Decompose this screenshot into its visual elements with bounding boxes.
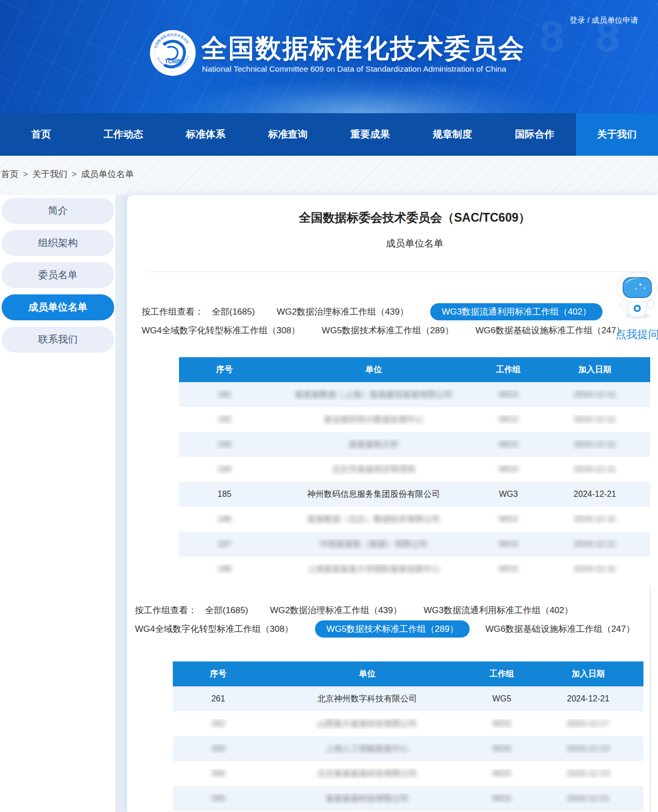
cell-wg: WG5 (471, 794, 533, 803)
table-header-cell: 序号 (173, 669, 264, 680)
site-title-english: National Technical Committee 609 on Data… (202, 64, 506, 74)
cell-no: 265 (173, 794, 264, 803)
filter-workgroup-tab[interactable]: WG5数据技术标准工作组（289） (322, 324, 454, 336)
cell-wg: WG5 (471, 744, 533, 753)
breadcrumb-item[interactable]: 首页 (1, 169, 19, 179)
table-row[interactable]: 262山西某大某某科技有限公司WG52024-12-17 (173, 711, 643, 736)
filter-section-wg3: 按工作组查看：全部(1685)WG2数据治理标准工作组（439）WG3数据流通利… (142, 302, 650, 340)
cell-no: 188 (179, 564, 270, 574)
table-row[interactable]: 264北京某某某某科技有限公司WG52024-12-13 (173, 761, 643, 786)
table-header-cell: 加入日期 (533, 669, 643, 680)
cell-date: 2024-12-21 (540, 490, 650, 499)
table-row[interactable]: 181某某某数据（上海）某某建设某某有限公司WG32024-12-11 (179, 382, 650, 407)
table-row[interactable]: 183某某某电大学WG32024-12-11 (179, 432, 650, 457)
breadcrumb-separator: > (72, 169, 77, 179)
cell-org: 神州数码信息服务集团股份有限公司 (270, 489, 477, 500)
cell-org: 北京神州数字科技有限公司 (264, 694, 471, 705)
cell-date: 2024-12-21 (533, 694, 643, 703)
table-header-cell: 单位 (264, 669, 471, 680)
cell-org: 上海某某某某大学国际某某创新中心 (270, 564, 477, 575)
cell-wg: WG3 (477, 465, 540, 474)
table-row[interactable]: 263上海人工智能某某中心WG52024-12-13 (173, 736, 643, 761)
nav-item-规章制度[interactable]: 规章制度 (412, 113, 494, 156)
filter-workgroup-tab[interactable]: WG3数据流通利用标准工作组（402） (423, 604, 573, 616)
cell-wg: WG3 (477, 490, 540, 499)
cell-org: 某业某村部大数据发展中心 (270, 414, 477, 425)
assistant-robot-icon[interactable] (615, 271, 658, 323)
table-row[interactable]: 185神州数码信息服务集团股份有限公司WG32024-12-21 (179, 482, 650, 507)
cell-date: 2024-12-13 (533, 744, 643, 753)
nav-item-关于我们[interactable]: 关于我们 (576, 113, 658, 156)
sidebar-item-联系我们[interactable]: 联系我们 (2, 327, 114, 353)
table-header-cell: 单位 (270, 364, 477, 375)
cell-no: 182 (179, 415, 270, 424)
filter-workgroup-tab[interactable]: WG4全域数字化转型标准工作组（308） (142, 324, 300, 336)
nav-item-国际合作[interactable]: 国际合作 (494, 113, 576, 156)
cell-wg: WG5 (471, 769, 533, 778)
page-subtitle: 成员单位名单 (179, 237, 650, 250)
cell-no: 264 (173, 769, 264, 778)
cell-org: 某某某数据（上海）某某建设某某有限公司 (270, 389, 477, 400)
table-header-cell: 加入日期 (540, 364, 650, 375)
cell-wg: WG5 (471, 719, 533, 728)
filter-section-wg5: 按工作组查看：全部(1685)WG2数据治理标准工作组（439）WG3数据流通利… (135, 601, 654, 638)
filter-workgroup-tab[interactable]: WG3数据流通利用标准工作组（402） (430, 303, 602, 320)
table-row[interactable]: 188上海某某某某大学国际某某创新中心WG32024-12-11 (179, 557, 650, 581)
cell-date: 2024-12-13 (533, 769, 643, 778)
table-header-row: 序号单位工作组加入日期 (179, 357, 650, 382)
cell-no: 186 (179, 515, 270, 524)
member-table-wg5: 序号单位工作组加入日期261北京神州数字科技有限公司WG52024-12-212… (173, 661, 643, 811)
sidebar-item-组织架构[interactable]: 组织架构 (2, 230, 114, 256)
member-table-wg3: 序号单位工作组加入日期181某某某数据（上海）某某建设某某有限公司WG32024… (179, 357, 650, 581)
cell-org: 某某数据（北京）数据技术有限公司 (270, 514, 477, 525)
site-banner: 8 8 TC609 全国数据标准化技术委员会 NATIONAL TECHNICA… (0, 0, 658, 113)
filter-workgroup-tab[interactable]: WG4全域数字化转型标准工作组（308） (135, 623, 293, 635)
filter-workgroup-tab[interactable]: WG5数据技术标准工作组（289） (315, 620, 470, 638)
table-row[interactable]: 186某某数据（北京）数据技术有限公司WG32024-12-11 (179, 507, 650, 532)
table-row[interactable]: 261北京神州数字科技有限公司WG52024-12-21 (173, 686, 643, 711)
main-nav: 首页工作动态标准体系标准查询重要成果规章制度国际合作关于我们 (0, 113, 658, 156)
filter-workgroup-tab[interactable]: 全部(1685) (205, 604, 248, 616)
cell-wg: WG3 (477, 564, 540, 574)
cell-org: 北京某某某某科技有限公司 (264, 768, 471, 779)
table-header-cell: 序号 (179, 364, 270, 375)
cell-no: 262 (173, 719, 264, 728)
sidebar-item-简介[interactable]: 简介 (2, 198, 114, 224)
table-row[interactable]: 265某某某某科技有限公司WG52024-12-21 (173, 786, 643, 811)
filter-workgroup-tab[interactable]: WG2数据治理标准工作组（439） (270, 604, 402, 616)
sidebar-item-成员单位名单[interactable]: 成员单位名单 (2, 294, 114, 320)
cell-date: 2024-12-11 (540, 564, 650, 574)
cell-date: 2024-12-11 (540, 390, 650, 399)
assistant-ask-link[interactable]: 点我提问 (609, 327, 658, 342)
login-link[interactable]: 登录 / 成员单位申请 (569, 16, 638, 25)
table-row[interactable]: 182某业某村部大数据发展中心WG32024-12-11 (179, 407, 650, 432)
filter-workgroup-tab[interactable]: WG2数据治理标准工作组（439） (277, 306, 408, 318)
content-panel: 全国数据标委会技术委员会（SAC/TC609） 成员单位名单 按工作组查看：全部… (127, 195, 658, 812)
panel-edge-line (650, 587, 651, 812)
nav-item-标准体系[interactable]: 标准体系 (164, 113, 247, 156)
cell-org: 某某某某科技有限公司 (264, 793, 471, 804)
table-header-cell: 工作组 (477, 364, 540, 375)
cell-no: 263 (173, 744, 264, 753)
table-row[interactable]: 184北京市某某经济管理局WG32024-12-11 (179, 457, 650, 482)
filter-workgroup-tab[interactable]: WG6数据基础设施标准工作组（247） (475, 324, 625, 336)
filter-workgroup-tab[interactable]: 全部(1685) (212, 306, 255, 318)
cell-date: 2024-12-11 (540, 415, 650, 424)
filter-workgroup-tab[interactable]: WG6数据基础设施标准工作组（247） (485, 623, 635, 635)
filter-label: 按工作组查看： (135, 604, 197, 616)
cell-wg: WG5 (471, 694, 533, 703)
breadcrumb-item[interactable]: 关于我们 (32, 169, 67, 179)
sidebar-item-委员名单[interactable]: 委员名单 (2, 262, 114, 288)
nav-item-首页[interactable]: 首页 (0, 113, 83, 156)
cell-no: 187 (179, 539, 270, 549)
filter-line: WG4全域数字化转型标准工作组（308）WG5数据技术标准工作组（289）WG6… (135, 619, 654, 638)
nav-item-重要成果[interactable]: 重要成果 (329, 113, 412, 156)
table-header-row: 序号单位工作组加入日期 (173, 661, 643, 686)
nav-item-标准查询[interactable]: 标准查询 (247, 113, 330, 156)
page: 8 8 TC609 全国数据标准化技术委员会 NATIONAL TECHNICA… (0, 0, 658, 812)
table-header-cell: 工作组 (471, 669, 533, 680)
cell-wg: WG3 (477, 539, 540, 549)
nav-item-工作动态[interactable]: 工作动态 (83, 113, 165, 156)
table-row[interactable]: 187中国某某集（集团）有限公司WG32024-12-11 (179, 532, 650, 557)
filter-line: 按工作组查看：全部(1685)WG2数据治理标准工作组（439）WG3数据流通利… (135, 601, 654, 619)
